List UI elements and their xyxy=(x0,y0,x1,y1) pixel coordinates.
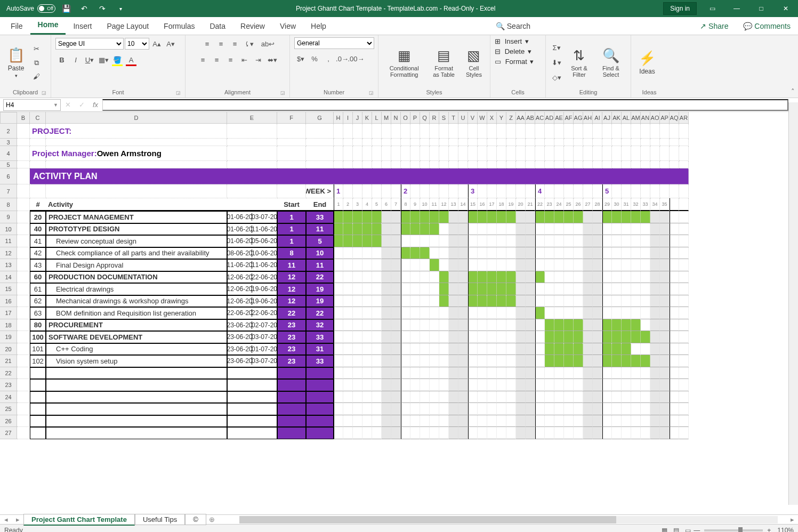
cell[interactable] xyxy=(410,295,420,308)
cell[interactable] xyxy=(670,161,679,168)
cell[interactable] xyxy=(554,146,564,161)
cell[interactable] xyxy=(420,211,430,223)
cell[interactable] xyxy=(478,415,487,428)
cell[interactable] xyxy=(343,319,353,332)
cell[interactable] xyxy=(650,295,660,308)
cell[interactable] xyxy=(17,259,30,271)
align-center-icon[interactable]: ≡ xyxy=(211,53,223,66)
cell[interactable] xyxy=(602,259,612,271)
cell[interactable] xyxy=(574,403,583,415)
cell[interactable] xyxy=(458,211,468,223)
cell[interactable]: 19 xyxy=(306,283,334,295)
cell[interactable] xyxy=(277,427,306,439)
cell[interactable] xyxy=(227,391,277,404)
cell[interactable] xyxy=(497,343,506,356)
cell[interactable] xyxy=(506,124,516,139)
cell[interactable] xyxy=(382,139,391,146)
cell[interactable] xyxy=(391,211,401,223)
cell[interactable] xyxy=(612,139,622,146)
vertical-scrollbar[interactable] xyxy=(788,102,798,505)
tab-review[interactable]: Review xyxy=(233,18,272,35)
ideas-button[interactable]: ⚡Ideas xyxy=(635,48,659,77)
cell[interactable] xyxy=(660,161,670,168)
cell[interactable] xyxy=(487,319,497,332)
cell[interactable] xyxy=(602,271,612,284)
cell[interactable] xyxy=(420,415,430,428)
cell[interactable]: 22 xyxy=(306,271,334,284)
cell[interactable] xyxy=(602,161,612,168)
cell[interactable] xyxy=(458,415,468,428)
cell[interactable] xyxy=(526,331,535,343)
cell[interactable] xyxy=(468,343,478,356)
cell[interactable] xyxy=(564,235,574,247)
cell[interactable] xyxy=(497,403,506,415)
row-header[interactable]: 5 xyxy=(0,161,17,168)
cell[interactable] xyxy=(372,319,382,332)
cell[interactable] xyxy=(526,355,535,367)
cell[interactable] xyxy=(650,139,660,146)
cell[interactable] xyxy=(362,124,372,139)
spreadsheet-grid[interactable]: BCDEFGHIJKLMNOPQRSTUVWXYZAAABACADAEAFAGA… xyxy=(0,112,798,514)
cell[interactable] xyxy=(478,271,487,284)
cell[interactable] xyxy=(622,283,631,295)
cell[interactable] xyxy=(602,283,612,295)
cell[interactable]: C++ Coding xyxy=(46,343,227,356)
cell[interactable] xyxy=(622,403,631,415)
cell[interactable] xyxy=(516,124,526,139)
cell[interactable] xyxy=(487,184,497,198)
cell[interactable]: 23-06-2003-07-20 xyxy=(227,331,277,343)
cell[interactable] xyxy=(391,295,401,308)
cell[interactable] xyxy=(650,259,660,271)
cell[interactable]: PROJECT: xyxy=(30,124,46,139)
cell[interactable] xyxy=(583,161,593,168)
cell[interactable] xyxy=(439,283,449,295)
cell[interactable] xyxy=(497,415,506,428)
cell[interactable] xyxy=(516,247,526,260)
percent-icon[interactable]: % xyxy=(308,52,321,65)
cell[interactable]: 18 xyxy=(497,198,506,211)
cancel-formula-icon[interactable]: ✕ xyxy=(61,101,75,109)
cell[interactable] xyxy=(583,415,593,428)
cell[interactable] xyxy=(602,343,612,356)
cell[interactable] xyxy=(535,259,545,271)
cell[interactable] xyxy=(535,307,545,319)
col-header[interactable]: AN xyxy=(641,112,650,124)
cell[interactable]: 1 xyxy=(277,223,306,236)
cell[interactable] xyxy=(277,146,306,161)
cell[interactable] xyxy=(612,271,622,284)
shrink-font-icon[interactable]: A▾ xyxy=(164,37,177,50)
cell[interactable] xyxy=(17,391,30,404)
cell[interactable] xyxy=(420,146,430,161)
cell[interactable] xyxy=(660,235,670,247)
cell[interactable] xyxy=(362,379,372,391)
cell[interactable]: 15 xyxy=(468,198,478,211)
sign-in-button[interactable]: Sign in xyxy=(663,2,697,15)
cell[interactable] xyxy=(670,235,679,247)
col-header[interactable]: U xyxy=(458,112,468,124)
cell[interactable] xyxy=(670,146,679,161)
cell[interactable] xyxy=(497,247,506,260)
cell[interactable]: 63 xyxy=(30,307,46,319)
cell[interactable] xyxy=(478,319,487,332)
cell[interactable] xyxy=(622,295,631,308)
cell[interactable] xyxy=(487,331,497,343)
cell[interactable] xyxy=(564,379,574,391)
cell[interactable] xyxy=(593,343,602,356)
delete-cells-button[interactable]: ⊟ Delete ▾ xyxy=(495,47,531,55)
cell[interactable] xyxy=(583,184,593,198)
cell[interactable] xyxy=(506,283,516,295)
cell[interactable] xyxy=(401,331,410,343)
cell[interactable] xyxy=(478,379,487,391)
cell[interactable] xyxy=(343,367,353,380)
conditional-formatting-button[interactable]: ▦Conditional Formatting xyxy=(383,45,425,80)
cell[interactable] xyxy=(17,139,30,146)
col-header[interactable]: AD xyxy=(545,112,554,124)
cell[interactable] xyxy=(564,403,574,415)
row-header[interactable]: 21 xyxy=(0,355,17,367)
cell[interactable] xyxy=(650,307,660,319)
row-header[interactable]: 17 xyxy=(0,307,17,319)
cell[interactable] xyxy=(516,331,526,343)
row-header[interactable]: 27 xyxy=(0,427,17,439)
cell[interactable] xyxy=(583,146,593,161)
col-header[interactable]: F xyxy=(277,112,306,124)
